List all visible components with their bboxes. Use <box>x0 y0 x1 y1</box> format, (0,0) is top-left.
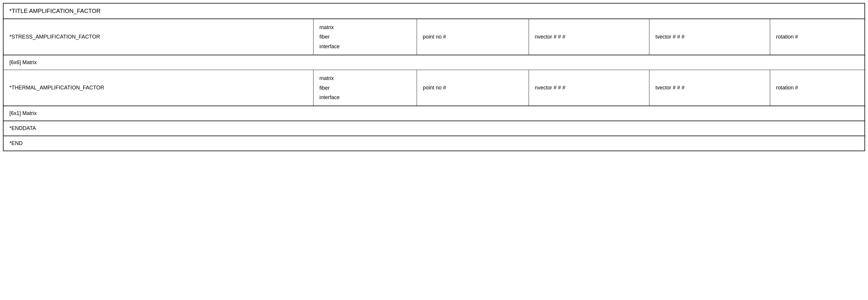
title-row: *TITLE AMPLIFICATION_FACTOR <box>3 3 865 19</box>
matrix-6x1-row: [6x1] Matrix <box>3 106 865 121</box>
thermal-mfi-line3: interface <box>319 94 340 100</box>
thermal-keyword-cell: *THERMAL_AMPLIFICATION_FACTOR <box>3 70 313 106</box>
thermal-mfi-cell: matrix fiber interface <box>313 70 417 106</box>
stress-rotation-cell: rotation # <box>770 19 865 55</box>
stress-mfi-line2: fiber <box>319 34 330 40</box>
thermal-rotation-cell: rotation # <box>770 70 865 106</box>
thermal-mfi-line2: fiber <box>319 85 330 91</box>
thermal-mfi-line1: matrix <box>319 75 334 81</box>
thermal-header-row: *THERMAL_AMPLIFICATION_FACTOR matrix fib… <box>3 70 865 106</box>
main-table: *TITLE AMPLIFICATION_FACTOR *STRESS_AMPL… <box>3 3 865 151</box>
page-container: *TITLE AMPLIFICATION_FACTOR *STRESS_AMPL… <box>0 0 868 300</box>
thermal-nvector-cell: nvector # # # <box>529 70 649 106</box>
title-cell: *TITLE AMPLIFICATION_FACTOR <box>3 3 865 19</box>
stress-point-cell: point no # <box>417 19 529 55</box>
matrix-6x6-cell: [6x6] Matrix <box>3 55 865 70</box>
matrix-6x6-row: [6x6] Matrix <box>3 55 865 70</box>
stress-keyword-cell: *STRESS_AMPLIFICATION_FACTOR <box>3 19 313 55</box>
stress-mfi-cell: matrix fiber interface <box>313 19 417 55</box>
stress-nvector-cell: nvector # # # <box>529 19 649 55</box>
matrix-6x1-cell: [6x1] Matrix <box>3 106 865 121</box>
thermal-tvector-cell: tvector # # # <box>649 70 770 106</box>
enddata-row: *ENDDATA <box>3 121 865 136</box>
thermal-point-cell: point no # <box>417 70 529 106</box>
end-cell: *END <box>3 136 865 151</box>
enddata-cell: *ENDDATA <box>3 121 865 136</box>
stress-mfi-line3: interface <box>319 44 340 49</box>
stress-header-row: *STRESS_AMPLIFICATION_FACTOR matrix fibe… <box>3 19 865 55</box>
stress-tvector-cell: tvector # # # <box>649 19 770 55</box>
stress-mfi-line1: matrix <box>319 24 334 30</box>
end-row: *END <box>3 136 865 151</box>
